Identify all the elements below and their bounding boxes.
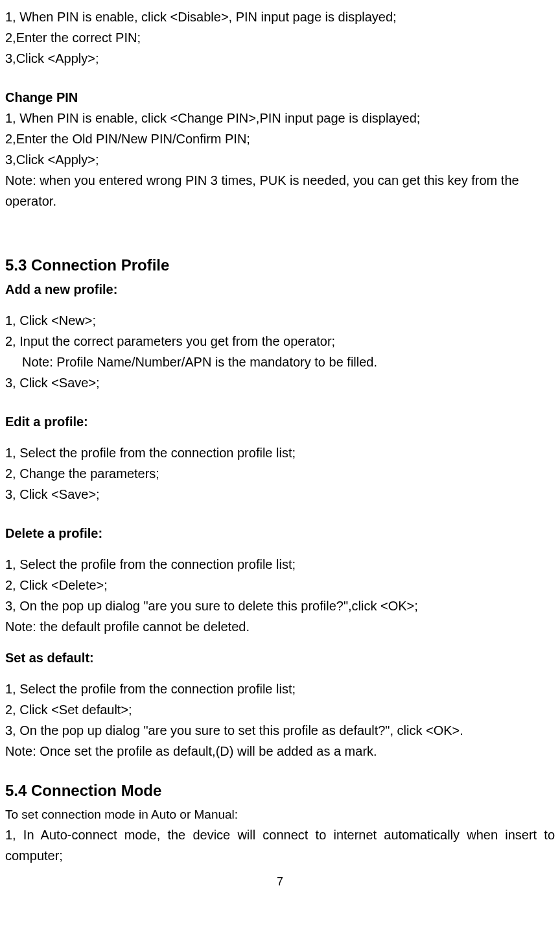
- set-default-note: Note: Once set the profile as default,(D…: [5, 741, 555, 762]
- change-pin-note: Note: when you entered wrong PIN 3 times…: [5, 170, 555, 211]
- pin-disable-step2: 2,Enter the correct PIN;: [5, 27, 555, 48]
- set-default-title: Set as default:: [5, 647, 555, 668]
- edit-profile-title: Edit a profile:: [5, 411, 555, 432]
- pin-disable-step3: 3,Click <Apply>;: [5, 48, 555, 69]
- edit-profile-step2: 2, Change the parameters;: [5, 463, 555, 484]
- delete-profile-title: Delete a profile:: [5, 523, 555, 544]
- change-pin-step2: 2,Enter the Old PIN/New PIN/Confirm PIN;: [5, 128, 555, 149]
- edit-profile-step1: 1, Select the profile from the connectio…: [5, 442, 555, 463]
- delete-profile-step2: 2, Click <Delete>;: [5, 575, 555, 595]
- change-pin-step1: 1, When PIN is enable, click <Change PIN…: [5, 108, 555, 128]
- delete-profile-step3: 3, On the pop up dialog "are you sure to…: [5, 595, 555, 616]
- set-default-step1: 1, Select the profile from the connectio…: [5, 679, 555, 699]
- change-pin-step3: 3,Click <Apply>;: [5, 149, 555, 170]
- delete-profile-step1: 1, Select the profile from the connectio…: [5, 554, 555, 575]
- page-number: 7: [5, 872, 555, 891]
- add-profile-title: Add a new profile:: [5, 279, 555, 300]
- edit-profile-step3: 3, Click <Save>;: [5, 484, 555, 505]
- connection-mode-step1: 1, In Auto-connect mode, the device will…: [5, 824, 555, 866]
- add-profile-step3: 3, Click <Save>;: [5, 372, 555, 393]
- change-pin-title: Change PIN: [5, 87, 555, 108]
- document-page: 1, When PIN is enable, click <Disable>, …: [5, 6, 555, 891]
- pin-disable-step1: 1, When PIN is enable, click <Disable>, …: [5, 6, 555, 27]
- connection-mode-intro: To set connection mode in Auto or Manual…: [5, 805, 555, 824]
- connection-profile-heading: 5.3 Connection Profile: [5, 253, 555, 278]
- set-default-step3: 3, On the pop up dialog "are you sure to…: [5, 720, 555, 741]
- add-profile-step1: 1, Click <New>;: [5, 310, 555, 331]
- set-default-step2: 2, Click <Set default>;: [5, 699, 555, 720]
- delete-profile-note: Note: the default profile cannot be dele…: [5, 616, 555, 637]
- connection-mode-heading: 5.4 Connection Mode: [5, 778, 555, 803]
- add-profile-note: Note: Profile Name/Number/APN is the man…: [5, 352, 555, 372]
- add-profile-step2: 2, Input the correct parameters you get …: [5, 331, 555, 352]
